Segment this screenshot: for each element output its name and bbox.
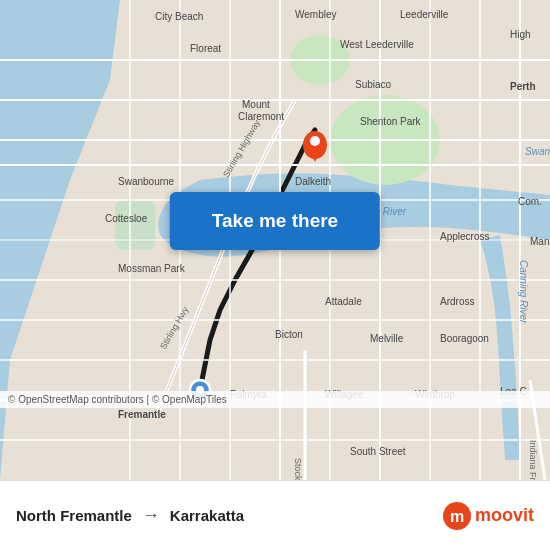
label-indiana-freeway: Indiana Freeway xyxy=(528,440,538,480)
label-leederville: Leederville xyxy=(400,9,449,20)
route-from: North Fremantle xyxy=(16,507,132,524)
moovit-logo: m moovit xyxy=(443,502,534,530)
label-booragoon: Booragoon xyxy=(440,333,489,344)
map-attribution: © OpenStreetMap contributors | © OpenMap… xyxy=(0,391,550,408)
take-me-there-button[interactable]: Take me there xyxy=(170,192,380,250)
label-canning-river: Canning River xyxy=(518,260,529,324)
moovit-icon: m xyxy=(443,502,471,530)
label-mount-claremont: Mount xyxy=(242,99,270,110)
label-floreat: Floreat xyxy=(190,43,221,54)
route-arrow-icon: → xyxy=(142,505,160,526)
label-swanbourne: Swanbourne xyxy=(118,176,175,187)
route-to: Karrakatta xyxy=(170,507,244,524)
label-mount-claremont2: Claremont xyxy=(238,111,284,122)
label-subiaco: Subiaco xyxy=(355,79,392,90)
label-high: High xyxy=(510,29,531,40)
label-swan-r: Swan R. xyxy=(525,146,550,157)
label-west-leederville: West Leederville xyxy=(340,39,414,50)
bottom-bar: North Fremantle → Karrakatta m moovit xyxy=(0,480,550,550)
label-applecross: Applecross xyxy=(440,231,489,242)
route-info: North Fremantle → Karrakatta xyxy=(16,505,443,526)
svg-text:m: m xyxy=(450,508,464,525)
label-wembley: Wembley xyxy=(295,9,337,20)
map-container: City Beach Wembley Leederville Floreat W… xyxy=(0,0,550,480)
label-perth: Perth xyxy=(510,81,536,92)
label-stock-road: Stock Road xyxy=(293,458,303,480)
label-com: Com. xyxy=(518,196,542,207)
label-mossman-park: Mossman Park xyxy=(118,263,186,274)
label-bicton: Bicton xyxy=(275,329,303,340)
label-attadale: Attadale xyxy=(325,296,362,307)
label-city-beach: City Beach xyxy=(155,11,203,22)
label-fremantle: Fremantle xyxy=(118,409,166,420)
svg-point-29 xyxy=(310,136,320,146)
svg-rect-4 xyxy=(115,200,155,250)
label-shenton-park: Shenton Park xyxy=(360,116,422,127)
label-cottesloe: Cottesloe xyxy=(105,213,148,224)
label-man: Man. xyxy=(530,236,550,247)
label-south-street: South Street xyxy=(350,446,406,457)
label-dalkeith: Dalkeith xyxy=(295,176,331,187)
label-melville: Melville xyxy=(370,333,404,344)
label-ardross: Ardross xyxy=(440,296,474,307)
moovit-brand-text: moovit xyxy=(475,505,534,526)
